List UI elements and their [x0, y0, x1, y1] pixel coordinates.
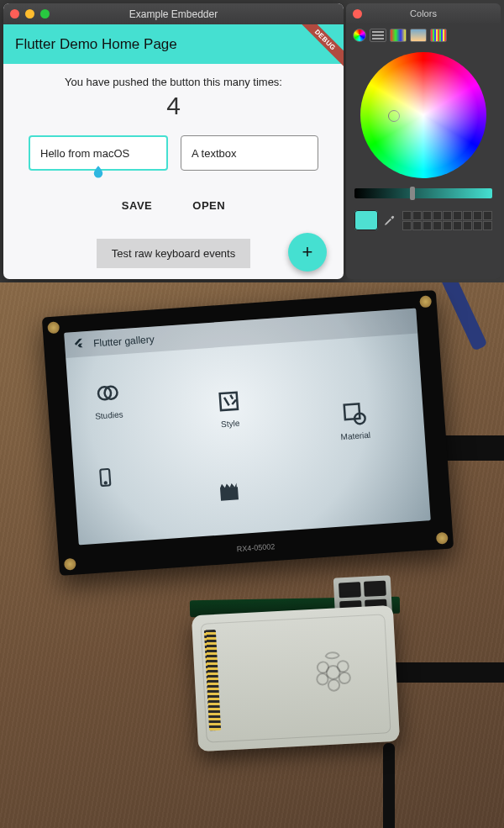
- button-row: SAVE OPEN: [29, 199, 318, 212]
- hardware-photo: Flutter gallery Studies Style Material: [0, 282, 504, 828]
- gallery-item-label: Studies: [95, 409, 123, 420]
- color-palettes-tab-icon[interactable]: [390, 29, 407, 42]
- swatch-row: [346, 203, 501, 239]
- svg-rect-6: [344, 403, 360, 419]
- save-button[interactable]: SAVE: [122, 199, 152, 212]
- image-palettes-tab-icon[interactable]: [410, 29, 427, 42]
- svg-rect-0: [372, 31, 384, 33]
- app-bar: Flutter Demo Home Page DEBUG: [3, 24, 344, 64]
- bottom-row: Test raw keyboard events +: [29, 239, 318, 268]
- rings-icon: [94, 380, 121, 407]
- current-color-swatch[interactable]: [354, 210, 378, 230]
- mount-hole-icon: [419, 295, 432, 308]
- pencils-tab-icon[interactable]: [430, 29, 447, 42]
- color-sliders-tab-icon[interactable]: [370, 29, 386, 42]
- fab-add-button[interactable]: +: [288, 233, 327, 272]
- close-colors-button[interactable]: [353, 9, 362, 18]
- minimize-window-button[interactable]: [25, 9, 34, 18]
- colors-panel-titlebar[interactable]: Colors: [346, 3, 501, 24]
- plus-icon: +: [302, 241, 313, 263]
- svg-point-15: [328, 679, 340, 691]
- textfield-1[interactable]: Hello from macOS: [29, 135, 168, 171]
- color-wheel-tab-icon[interactable]: [353, 29, 366, 42]
- app-bar-title: Flutter Demo Home Page: [15, 36, 177, 53]
- flutter-logo-icon: [73, 337, 86, 352]
- counter-caption: You have pushed the button this many tim…: [29, 76, 318, 88]
- phone-icon: [92, 464, 118, 491]
- gallery-item-label: Material: [340, 430, 370, 441]
- test-raw-keyboard-button[interactable]: Test raw keyboard events: [97, 239, 250, 268]
- text-cursor-handle-icon[interactable]: [91, 164, 106, 179]
- svg-rect-2: [372, 38, 384, 40]
- textfield-1-value: Hello from macOS: [40, 147, 129, 160]
- color-wheel[interactable]: [360, 52, 486, 178]
- debug-ribbon-label: DEBUG: [297, 24, 344, 67]
- counter-value: 4: [29, 92, 318, 120]
- raspberry-logo-icon: [304, 641, 362, 699]
- gallery-item-media[interactable]: [216, 479, 243, 511]
- gallery-item-label: Style: [221, 419, 240, 430]
- gallery-title: Flutter gallery: [93, 334, 155, 350]
- brightness-slider-thumb[interactable]: [410, 187, 415, 200]
- gallery-grid: Studies Style Material: [66, 334, 431, 546]
- svg-point-14: [339, 672, 350, 684]
- clapper-icon: [216, 479, 243, 506]
- gallery-item-phone[interactable]: [92, 464, 118, 496]
- open-button[interactable]: OPEN: [192, 199, 225, 212]
- color-wheel-cursor[interactable]: [388, 110, 400, 122]
- svg-rect-1: [372, 34, 384, 36]
- saved-swatches-grid[interactable]: [402, 211, 492, 230]
- gallery-item-material[interactable]: Material: [339, 400, 371, 441]
- svg-point-9: [105, 482, 107, 483]
- textfield-2[interactable]: A textbox: [181, 135, 318, 171]
- brightness-slider[interactable]: [354, 188, 492, 198]
- svg-point-11: [318, 662, 329, 673]
- color-picker-tabs: [346, 24, 501, 45]
- sbc-case: [192, 605, 400, 752]
- traffic-lights: [10, 9, 50, 18]
- eyedropper-icon[interactable]: [383, 214, 396, 227]
- colors-panel-title: Colors: [410, 8, 437, 18]
- app-content: You have pushed the button this many tim…: [3, 64, 344, 278]
- lcd-screen[interactable]: Flutter gallery Studies Style Material: [64, 309, 431, 546]
- textfield-row: Hello from macOS A textbox: [29, 135, 318, 171]
- cable-power: [383, 743, 395, 828]
- textfield-2-value: A textbox: [192, 147, 236, 160]
- macos-desktop-region: Example Embedder Flutter Demo Home Page …: [0, 0, 504, 282]
- window-titlebar[interactable]: Example Embedder: [3, 3, 344, 24]
- close-window-button[interactable]: [10, 9, 19, 18]
- material-icon: [340, 400, 367, 427]
- cable-hdmi-side: [386, 662, 504, 683]
- svg-point-12: [337, 661, 349, 672]
- gpio-header-icon: [204, 630, 221, 731]
- colors-panel: Colors: [346, 3, 501, 279]
- mount-hole-icon: [47, 321, 60, 334]
- gallery-item-studies[interactable]: Studies: [92, 379, 123, 420]
- window-title: Example Embedder: [3, 8, 344, 20]
- style-icon: [215, 388, 242, 414]
- color-wheel-area: [346, 45, 501, 183]
- svg-point-13: [317, 673, 328, 685]
- touchscreen-device: Flutter gallery Studies Style Material: [42, 290, 454, 576]
- zoom-window-button[interactable]: [40, 9, 50, 18]
- app-window: Example Embedder Flutter Demo Home Page …: [3, 3, 344, 279]
- gallery-item-style[interactable]: Style: [215, 388, 243, 429]
